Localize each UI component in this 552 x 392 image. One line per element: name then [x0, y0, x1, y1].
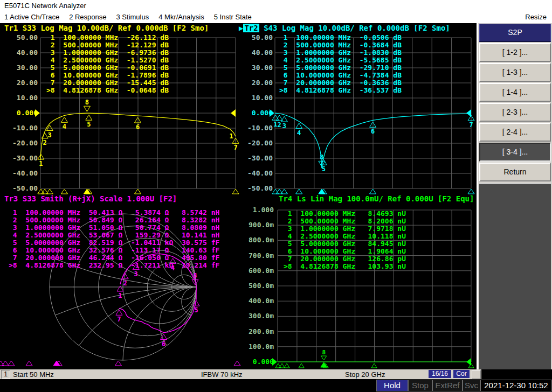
- marker-4-triangle: [299, 363, 304, 368]
- extref-indicator: ExtRef: [432, 380, 463, 391]
- marker-7-label: 7: [469, 121, 473, 129]
- edge-marker-label: 1: [229, 132, 233, 140]
- marker-5-triangle: [86, 115, 92, 120]
- marker-1-label: 1: [39, 160, 43, 167]
- marker-7-label: 7: [117, 316, 121, 323]
- tr4-ytick-100.0m: 100.0m: [238, 342, 274, 351]
- tr1-marker-table: 1 100.00000 MHz -26.112 dB 2 500.00000 M…: [46, 34, 169, 94]
- marker-5-label: 5: [194, 306, 198, 314]
- tr1-ytick-20.00: 20.00: [2, 79, 38, 87]
- softkey-1-2[interactable]: [ 1-2 ]...: [479, 43, 551, 62]
- marker-4-label: 4: [63, 123, 66, 130]
- marker-3-label: 3: [48, 131, 52, 139]
- tr2-ytick--30.00: -30.00: [237, 154, 273, 162]
- active-marker-stimulus-triangle: [53, 361, 60, 366]
- svc-indicator: Svc: [463, 380, 480, 391]
- tr4-marker-table: 1 100.00000 MHz 8.4693 nU 2 500.00000 MH…: [284, 210, 406, 270]
- softkey-2-3[interactable]: [ 2-3 ]...: [479, 103, 551, 122]
- tr4-header[interactable]: Tr4 Ls Lin Mag 100.0mU/ Ref 0.000U [F2 E…: [279, 194, 474, 203]
- marker-1-label: 1: [273, 121, 277, 128]
- marker-stimulus-triangle: [468, 189, 474, 194]
- tr1-ytick--40.00: -40.00: [2, 169, 38, 177]
- marker-8-triangle: [84, 106, 90, 111]
- tr2-header[interactable]: ▶Tr2 S43 Log Mag 10.00dB/ Ref 0.000dB [F…: [239, 24, 450, 32]
- marker-5-label: 5: [87, 121, 91, 128]
- tr2-ytick-30.00: 30.00: [237, 64, 273, 72]
- marker-4-label: 4: [297, 129, 301, 137]
- ifbw-label: IFBW 70 kHz: [201, 370, 243, 379]
- menu-bar: 1 Active Ch/Trace2 Response3 Stimulus4 M…: [0, 11, 552, 23]
- softkey-1-3[interactable]: [ 1-3 ]...: [479, 63, 551, 82]
- tr1-ytick-50.00: 50.00: [2, 33, 38, 41]
- tr4-ytick-700.0m: 700.0m: [238, 251, 274, 260]
- tr2-ytick--40.00: -40.00: [237, 169, 273, 177]
- softkey-1-4[interactable]: [ 1-4 ]...: [479, 83, 551, 102]
- tr1-ytick--50.00: -50.00: [2, 184, 38, 192]
- resize-button[interactable]: Resize: [525, 13, 547, 21]
- menu-item-2[interactable]: 2 Response: [69, 13, 106, 21]
- tr1-ytick-40.00: 40.00: [2, 48, 38, 57]
- tr3-header[interactable]: Tr3 S33 Smith (R+jX) Scale 1.000U [F2]: [4, 194, 177, 203]
- marker-1-triangle: [117, 286, 123, 291]
- tr1-ytick-0.000: 0.000: [2, 109, 38, 117]
- marker-2-label: 2: [278, 121, 281, 129]
- menu-item-5[interactable]: 5 Instr State: [214, 13, 252, 21]
- tr2-ytick-0.000: 0.000: [237, 109, 273, 117]
- tr2-ytick-40.00: 40.00: [237, 48, 273, 57]
- marker-6-label: 6: [371, 128, 375, 135]
- marker-8-label: 8: [320, 153, 323, 161]
- stop-indicator: Stop: [408, 380, 432, 391]
- tr4-ytick-300.0m: 300.0m: [238, 312, 274, 320]
- tr4-ytick-200.0m: 200.0m: [238, 327, 274, 335]
- marker-stimulus-triangle: [0, 361, 4, 366]
- marker-stimulus-triangle: [26, 361, 32, 366]
- menu-item-3[interactable]: 3 Stimulus: [116, 13, 149, 21]
- marker-4-triangle: [296, 123, 302, 129]
- start-frequency-label: Start 50 MHz: [13, 370, 54, 379]
- tr1-header[interactable]: Tr1 S33 Log Mag 10.00dB/ Ref 0.000dB [F2…: [4, 24, 209, 32]
- marker-6-label: 6: [136, 123, 140, 131]
- softkey-return[interactable]: Return: [479, 163, 551, 181]
- softkey-2-4[interactable]: [ 2-4 ]...: [479, 123, 551, 142]
- tr2-marker-table: 1 100.00000 MHz -0.0506 dB 2 500.00000 M…: [279, 34, 402, 94]
- marker-5-label: 5: [322, 165, 326, 173]
- marker-2-label: 2: [43, 139, 47, 146]
- tr4-ytick-600.0m: 600.0m: [238, 267, 274, 275]
- tr1-ytick--10.00: -10.00: [2, 124, 38, 132]
- e5071c-screen: { "window": { "title": "E5071C Network A…: [0, 0, 552, 392]
- active-trace-tab: Tr2: [243, 24, 259, 32]
- hold-indicator: Hold: [376, 380, 408, 391]
- tr3-marker-table: 1 100.00000 MHz 50.413 Ω 5.3874 Ω 8.5742…: [9, 209, 219, 269]
- menu-item-1[interactable]: 1 Active Ch/Trace: [4, 13, 59, 21]
- tr1-ytick-30.00: 30.00: [2, 64, 38, 72]
- marker-8-label: 8: [322, 349, 326, 356]
- softkey-3-4[interactable]: [ 3-4 ]...: [479, 143, 551, 162]
- tr4-ytick-900.0m: 900.0m: [238, 221, 274, 229]
- window-title: E5071C Network Analyzer: [4, 2, 86, 10]
- softkey-empty-area: [479, 183, 551, 369]
- tr2-ytick-20.00: 20.00: [237, 79, 273, 87]
- reference-level-arrow-right: [231, 109, 236, 117]
- menu-items: 1 Active Ch/Trace2 Response3 Stimulus4 M…: [4, 13, 252, 21]
- status-end-box: [472, 370, 481, 379]
- marker-8-triangle: [321, 356, 327, 360]
- marker-3-label: 3: [282, 122, 286, 130]
- marker-4-triangle: [61, 117, 67, 122]
- menu-item-4[interactable]: 4 Mkr/Analysis: [158, 13, 204, 21]
- marker-stimulus-triangle: [370, 189, 376, 194]
- sweep-points-badge: 16/16: [429, 370, 451, 378]
- marker-1-triangle: [272, 115, 279, 120]
- tr1-ytick-10.00: 10.00: [2, 94, 38, 102]
- status-bar: 1 Start 50 MHz IFBW 70 kHz Stop 20 GHz 1…: [0, 369, 481, 379]
- tr2-ytick-50.00: 50.00: [237, 33, 273, 41]
- marker-3-label: 3: [134, 270, 138, 278]
- marker-6-label: 6: [162, 340, 165, 348]
- tr2-ytick--10.00: -10.00: [237, 124, 273, 132]
- system-bar: Hold Stop ExtRef Svc 2021-12-30 10:52: [0, 379, 552, 392]
- trace-header-text: S43 Log Mag 10.00dB/ Ref 0.000dB [F2 Smo…: [259, 24, 450, 32]
- marker-6-triangle: [371, 363, 377, 368]
- marker-3-triangle: [281, 116, 287, 122]
- marker-2-label: 2: [123, 279, 127, 287]
- tr4-ytick-1.000: 1.000: [238, 206, 274, 214]
- channel-number-box: 1: [1, 370, 10, 379]
